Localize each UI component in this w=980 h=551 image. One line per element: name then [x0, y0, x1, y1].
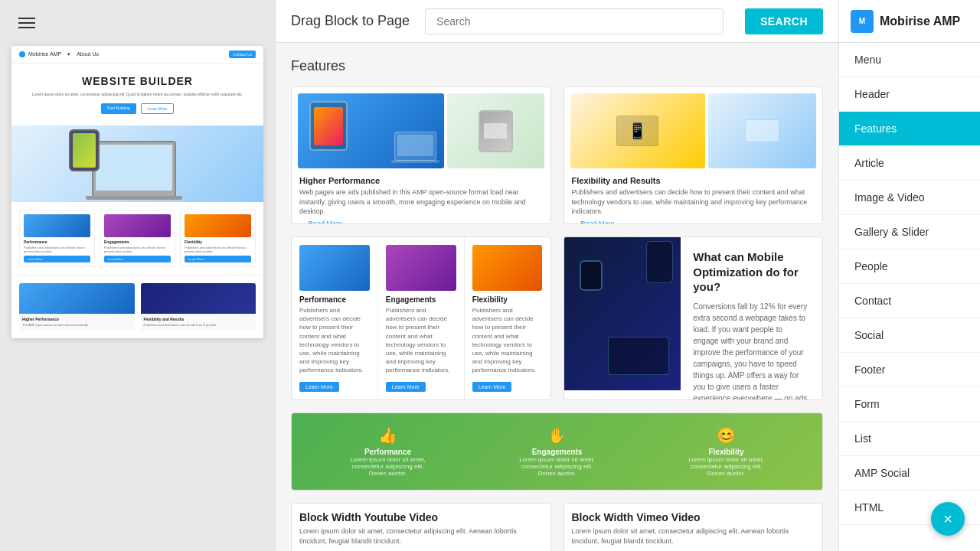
- preview-start-btn: Start Building: [101, 103, 136, 114]
- nav-item-features[interactable]: Features: [839, 112, 980, 146]
- search-container: [425, 8, 724, 34]
- green-item-1: 👍 Performance Lorem ipsum dolor sit amet…: [350, 426, 426, 477]
- preview-feature-3: Flexibility Publishers and advertisers c…: [180, 210, 256, 267]
- nav-item-contact[interactable]: Contact: [839, 284, 980, 318]
- block-flexibility-results[interactable]: 📱 Flexibility and Results Publishers and…: [564, 86, 824, 224]
- bf2-card-3: Flexibility Publishers and advertisers c…: [465, 237, 550, 399]
- brf-content: What can Mobile Optimization do for you?…: [564, 237, 823, 390]
- block-green-icons[interactable]: 👍 Performance Lorem ipsum dolor sit amet…: [291, 412, 823, 491]
- block-three-cards[interactable]: Performance Publishers and advertisers c…: [291, 236, 551, 400]
- bf2-card-1-btn[interactable]: Learn More: [299, 382, 339, 392]
- nav-item-amp-social[interactable]: AMP Social: [839, 456, 980, 491]
- preview-s2-2: Flexibility and Results Publishers and a…: [141, 283, 256, 330]
- green-text-1: Lorem ipsum dolor sit amet, consectetur …: [350, 456, 426, 477]
- green-gradient-block: 👍 Performance Lorem ipsum dolor sit amet…: [292, 413, 822, 490]
- section-title: Features: [291, 58, 823, 74]
- brf-image: [564, 237, 681, 390]
- nav-item-footer[interactable]: Footer: [839, 353, 980, 387]
- left-sidebar: Mobirise AMP ▾ About Us Contact Us WEBSI…: [0, 0, 276, 551]
- youtube-block-desc: Lorem ipsum dolor sit amet, consectetur …: [299, 527, 543, 547]
- main-header: Drag Block to Page SEARCH: [276, 0, 838, 43]
- search-input[interactable]: [425, 8, 724, 34]
- bf1-content: Higher Performance Web pages are ads pub…: [292, 171, 550, 224]
- preview-section-2: Higher Performance The AMP open-source f…: [11, 275, 263, 337]
- preview-feature-2: Engagements Publishers and advertisers c…: [100, 210, 175, 267]
- right-sidebar: M Mobirise AMP Menu Header Features Arti…: [838, 0, 980, 551]
- bf2-card-1-img: [299, 245, 370, 291]
- preview-contact-btn: Contact Us: [229, 51, 256, 58]
- bf1-content-2: Flexibility and Results Publishers and a…: [564, 171, 823, 224]
- block-youtube-video[interactable]: Block Width Youtube Video Lorem ipsum do…: [291, 503, 551, 552]
- bf1-images-2: 📱: [564, 87, 823, 171]
- green-text-3: Lorem ipsum dolor sit amet, consectetur …: [688, 456, 765, 477]
- bf1-title: Higher Performance: [299, 176, 543, 185]
- block-vimeo-video[interactable]: Block Width Vimeo Video Lorem ipsum dolo…: [564, 503, 824, 552]
- bf2-card-2-title: Engagements: [386, 295, 456, 304]
- preview-s2-1: Higher Performance The AMP open-source f…: [19, 283, 135, 330]
- bf1-link-2[interactable]: → Read More: [572, 220, 815, 224]
- close-button[interactable]: ×: [931, 502, 965, 536]
- blocks-row-2: Performance Publishers and advertisers c…: [291, 236, 823, 400]
- youtube-block-title: Block Width Youtube Video: [299, 511, 543, 523]
- nav-item-people[interactable]: People: [839, 249, 980, 284]
- preview-f3-img: [185, 214, 251, 237]
- bf1-images: [292, 87, 550, 171]
- nav-item-menu[interactable]: Menu: [839, 43, 980, 77]
- preview-logo: Mobirise AMP ▾ About Us: [19, 51, 99, 57]
- preview-nav-links: Mobirise AMP ▾ About Us: [28, 51, 99, 57]
- preview-hero-text: Lorem ipsum dolor sit amet, consectetur …: [23, 92, 252, 97]
- hamburger-icon: [18, 18, 35, 28]
- bf2-card-1: Performance Publishers and advertisers c…: [292, 237, 378, 399]
- keyboard-visual: [608, 337, 669, 375]
- nav-item-list[interactable]: List: [839, 422, 980, 456]
- preview-s2-1-img: [19, 283, 135, 314]
- bf2-card-3-img: [472, 245, 543, 291]
- search-button[interactable]: SEARCH: [745, 8, 823, 34]
- brand-logo: M: [851, 10, 874, 33]
- preview-laptop-section: [11, 126, 263, 202]
- bf2-card-1-text: Publishers and advertisers can decide ho…: [299, 306, 370, 375]
- preview-features-grid: Performance Publishers and advertisers c…: [19, 210, 256, 267]
- blocks-row-1: Higher Performance Web pages are ads pub…: [291, 86, 823, 224]
- bf2-card-3-btn[interactable]: Learn More: [472, 382, 512, 392]
- bf1-side-img: [447, 93, 544, 168]
- preview-logo-dot: [19, 51, 25, 57]
- right-sidebar-header: M Mobirise AMP: [839, 0, 980, 43]
- bf1-title-2: Flexibility and Results: [572, 176, 815, 185]
- nav-item-form[interactable]: Form: [839, 387, 980, 422]
- preview-feature-1: Performance Publishers and advertisers c…: [19, 210, 95, 267]
- preview-learn-btn: Learn More: [141, 103, 175, 114]
- preview-hero-buttons: Start Building Learn More: [23, 103, 252, 114]
- brf-title: What can Mobile Optimization do for you?: [693, 249, 810, 295]
- preview-features: Performance Publishers and advertisers c…: [11, 202, 263, 275]
- preview-f1-img: [24, 214, 90, 237]
- hamburger-button[interactable]: [8, 4, 46, 42]
- green-label-2: Engagements: [519, 448, 596, 456]
- blocks-grid: Features: [276, 43, 838, 551]
- nav-item-social[interactable]: Social: [839, 318, 980, 353]
- preview-hero-title: WEBSITE BUILDER: [23, 75, 252, 87]
- brand-name: Mobirise AMP: [880, 15, 960, 28]
- bf1-link[interactable]: → Read More: [299, 220, 543, 224]
- bf2-card-3-text: Publishers and advertisers can decide ho…: [472, 306, 543, 375]
- bf2-card-2-img: [386, 245, 456, 291]
- drag-block-title: Drag Block to Page: [291, 13, 410, 29]
- block-right-feature[interactable]: What can Mobile Optimization do for you?…: [564, 236, 824, 400]
- nav-item-gallery-slider[interactable]: Gallery & Slider: [839, 215, 980, 249]
- vimeo-block-content: Block Width Vimeo Video Lorem ipsum dolo…: [564, 504, 823, 552]
- thumbs-up-icon: 👍: [350, 426, 426, 445]
- bf2-card-2-text: Publishers and advertisers can decide ho…: [386, 306, 456, 375]
- nav-item-header[interactable]: Header: [839, 77, 980, 112]
- nav-item-article[interactable]: Article: [839, 146, 980, 181]
- page-preview-container: Mobirise AMP ▾ About Us Contact Us WEBSI…: [0, 0, 275, 551]
- bf2-card-2: Engagements Publishers and advertisers c…: [378, 237, 465, 399]
- nav-item-image-video[interactable]: Image & Video: [839, 181, 980, 215]
- main-content: Drag Block to Page SEARCH Features: [276, 0, 838, 551]
- green-item-2: ✋ Engagements Lorem ipsum dolor sit amet…: [519, 426, 596, 477]
- preview-section-2-grid: Higher Performance The AMP open-source f…: [19, 283, 256, 330]
- youtube-block-content: Block Width Youtube Video Lorem ipsum do…: [292, 504, 550, 552]
- bf2-card-2-btn[interactable]: Learn More: [386, 382, 426, 392]
- bf2-card-3-title: Flexibility: [472, 295, 543, 304]
- block-feature-images-text[interactable]: Higher Performance Web pages are ads pub…: [291, 86, 551, 224]
- preview-f2-img: [104, 214, 171, 237]
